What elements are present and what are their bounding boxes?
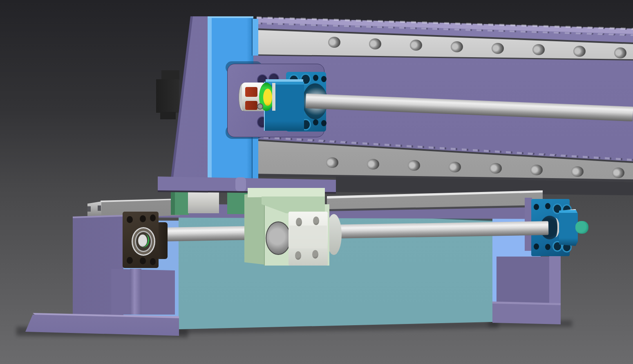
- rail-hole: [612, 167, 624, 178]
- clamp-green-a: [171, 190, 189, 215]
- rail-hole: [492, 43, 504, 54]
- housing-boss: [266, 221, 291, 255]
- coupling-spacer: [272, 83, 275, 111]
- coupling-jaw-bottom: [245, 101, 257, 110]
- rail-end-notch: [87, 206, 91, 212]
- screw-end-stub: [575, 221, 588, 234]
- rail-end-notch: [98, 205, 101, 211]
- carriage-column: [235, 177, 246, 191]
- fixed-block-hole: [140, 215, 146, 222]
- fixed-block-hole: [127, 216, 133, 223]
- support-hole: [534, 243, 539, 250]
- nut-flange-hole: [312, 250, 318, 259]
- clamp-spacer-grey: [188, 191, 219, 213]
- nut-flange-hole: [313, 217, 319, 225]
- mount-hole: [313, 75, 318, 81]
- bearing-bore: [138, 234, 147, 247]
- fixed-block-hole: [127, 257, 133, 264]
- rail-hole: [614, 47, 626, 58]
- mount-hole: [321, 76, 327, 82]
- mount-hole: [313, 119, 318, 125]
- support-hole: [545, 244, 550, 250]
- rail-hole: [451, 41, 463, 52]
- fixed-block-hole: [140, 257, 146, 264]
- support-hole: [534, 204, 539, 210]
- rail-hole: [530, 165, 543, 175]
- pedestal-round-column: [130, 269, 141, 315]
- blue-tab-upper: [252, 19, 258, 56]
- rail-hole: [573, 46, 586, 57]
- coupling-jaw-top: [245, 87, 257, 97]
- mount-hole: [321, 120, 327, 126]
- motor-body: [156, 79, 179, 113]
- rail-hole: [408, 160, 420, 171]
- fixed-block-hole: [150, 258, 156, 265]
- support-bore-crescent: [551, 218, 559, 237]
- coupling-hub: [263, 89, 272, 106]
- rail-hole: [571, 166, 584, 177]
- rail-hole: [410, 40, 422, 51]
- rail-hole: [449, 162, 461, 172]
- fixed-block-hole: [150, 214, 156, 221]
- rail-hole: [326, 157, 338, 168]
- rail-hole: [369, 38, 381, 49]
- rail-hole: [328, 37, 340, 48]
- rail-hole: [367, 159, 379, 170]
- support-hole: [545, 203, 550, 209]
- motor-step-top: [161, 70, 179, 80]
- cad-viewport[interactable]: [0, 0, 633, 364]
- motor-step-bottom: [160, 112, 176, 119]
- nut-flange-hole: [296, 218, 302, 226]
- rail-hole: [532, 44, 545, 55]
- nut-flange-mid: [289, 226, 327, 248]
- coupling-set-screw: [257, 103, 263, 109]
- rail-hole: [490, 163, 502, 174]
- nut-flange-hole: [295, 251, 301, 260]
